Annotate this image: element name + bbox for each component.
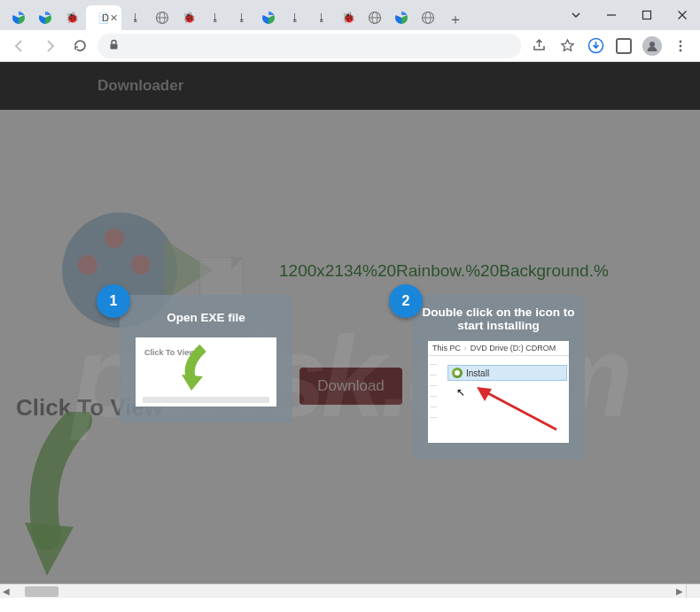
- step-badge: 2: [389, 284, 423, 318]
- svg-point-15: [649, 42, 655, 47]
- modal-overlay[interactable]: [0, 62, 700, 598]
- browser-tab[interactable]: ⭳: [123, 5, 148, 30]
- bug-icon: 🐞: [182, 11, 196, 25]
- card-title: Double click on the icon to start instal…: [412, 295, 585, 341]
- instruction-card-2: 2 Double click on the icon to start inst…: [412, 295, 585, 459]
- browser-tab[interactable]: [416, 5, 440, 30]
- card-preview: This PC › DVD Drive (D:) CDROM —————— In…: [428, 341, 569, 443]
- browser-tab[interactable]: ⭳: [229, 5, 254, 30]
- bug-icon: 🐞: [341, 11, 355, 25]
- download-icon: ⭳: [235, 11, 249, 25]
- breadcrumb-root: This PC: [432, 344, 461, 352]
- page-content: Downloader 1200x2134%20Rainbow.%20Backgr…: [0, 62, 700, 598]
- cursor-icon: ↖: [456, 386, 465, 399]
- browser-tab[interactable]: ⭳: [203, 5, 228, 30]
- breadcrumb: This PC › DVD Drive (D:) CDROM: [428, 341, 569, 356]
- window-titlebar: 🐞 📄 D ✕ ⭳ 🐞 ⭳ ⭳ ⭳ ⭳ 🐞 ＋: [0, 0, 700, 30]
- install-label: Install: [466, 368, 489, 378]
- globe-icon: [368, 11, 382, 25]
- maximize-button[interactable]: [629, 2, 665, 28]
- explorer-sidebar: ——————: [430, 360, 446, 423]
- recaptcha-icon: [12, 11, 26, 25]
- share-button[interactable]: [526, 34, 551, 58]
- scroll-left-icon[interactable]: ◀: [0, 586, 12, 596]
- instruction-card-1: 1 Open EXE file Click To View: [120, 295, 292, 422]
- install-item: Install: [447, 365, 567, 381]
- browser-tab[interactable]: ⭳: [283, 5, 307, 30]
- lock-icon: [108, 39, 120, 53]
- browser-tab[interactable]: [362, 5, 387, 30]
- minimize-button[interactable]: [594, 2, 629, 28]
- download-icon: ⭳: [288, 11, 302, 25]
- toolbar-right: [526, 34, 693, 58]
- downloads-button[interactable]: [583, 34, 608, 58]
- browser-tab[interactable]: ⭳: [309, 5, 334, 30]
- download-icon: ⭳: [315, 11, 329, 25]
- window-controls: [558, 2, 700, 28]
- tabs-dropdown-button[interactable]: [558, 2, 594, 28]
- browser-tab[interactable]: [389, 5, 414, 30]
- url-input[interactable]: [97, 34, 521, 58]
- address-bar: [0, 30, 700, 62]
- browser-tab[interactable]: 🐞: [59, 5, 84, 30]
- reload-button[interactable]: [67, 34, 92, 58]
- svg-line-19: [483, 391, 556, 430]
- recaptcha-icon: [394, 11, 408, 25]
- curved-arrow-icon: [178, 345, 214, 393]
- profile-button[interactable]: [640, 34, 665, 58]
- scroll-corner: [686, 584, 700, 598]
- globe-icon: [155, 11, 169, 25]
- browser-tab[interactable]: [33, 5, 58, 30]
- back-button[interactable]: [7, 34, 32, 58]
- installer-icon: [452, 368, 463, 378]
- scrollbar-thumb[interactable]: [25, 586, 58, 597]
- tab-label: D: [102, 12, 109, 23]
- tab-strip: 🐞 📄 D ✕ ⭳ 🐞 ⭳ ⭳ ⭳ ⭳ 🐞 ＋: [0, 0, 558, 30]
- card-title: Open EXE file: [120, 295, 292, 337]
- browser-tab[interactable]: [256, 5, 281, 30]
- new-tab-button[interactable]: ＋: [445, 9, 466, 30]
- bookmark-button[interactable]: [555, 34, 579, 58]
- extensions-button[interactable]: [611, 34, 636, 58]
- recaptcha-icon: [38, 11, 52, 25]
- forward-button[interactable]: [37, 34, 62, 58]
- horizontal-scrollbar[interactable]: ◀ ▶: [0, 584, 686, 598]
- svg-point-16: [680, 40, 682, 43]
- browser-tab[interactable]: [150, 5, 175, 30]
- svg-rect-10: [643, 12, 651, 19]
- red-arrow-icon: [472, 385, 561, 434]
- globe-icon: [421, 11, 435, 25]
- svg-point-17: [680, 44, 682, 47]
- close-window-button[interactable]: [665, 2, 700, 28]
- browser-tab[interactable]: 🐞: [336, 5, 361, 30]
- menu-button[interactable]: [668, 34, 693, 58]
- download-icon: ⭳: [128, 11, 143, 25]
- chevron-right-icon: ›: [464, 345, 467, 352]
- browser-tab-active[interactable]: 📄 D ✕: [86, 5, 121, 30]
- step-badge: 1: [97, 284, 130, 318]
- svg-rect-13: [111, 43, 118, 49]
- breadcrumb-drive: DVD Drive (D:) CDROM: [471, 344, 556, 352]
- browser-tab[interactable]: 🐞: [176, 5, 201, 30]
- svg-point-18: [680, 49, 682, 51]
- card-preview: Click To View: [136, 337, 276, 407]
- browser-tab[interactable]: [6, 5, 31, 30]
- recaptcha-icon: [261, 11, 276, 25]
- bug-icon: 🐞: [65, 11, 79, 25]
- download-icon: ⭳: [208, 11, 222, 25]
- scroll-right-icon[interactable]: ▶: [673, 586, 686, 596]
- close-icon[interactable]: ✕: [110, 12, 118, 24]
